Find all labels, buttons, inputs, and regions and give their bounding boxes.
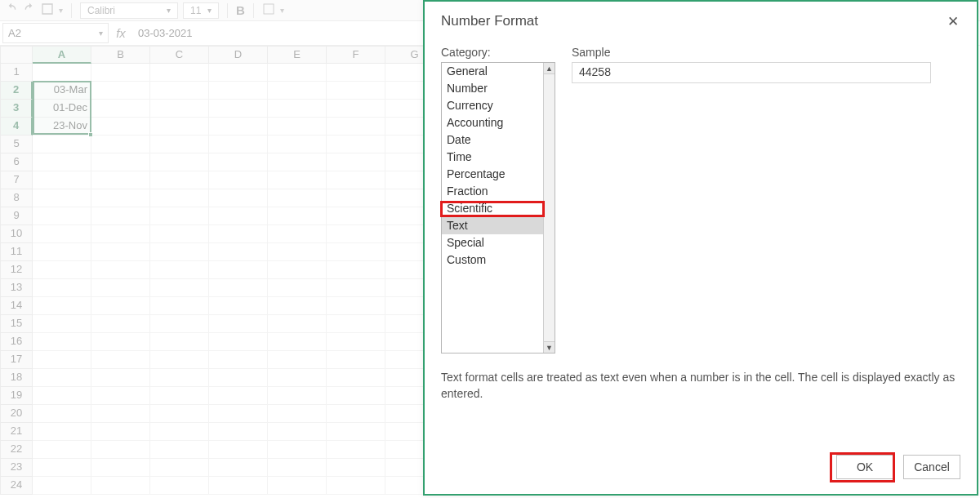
cell[interactable] <box>91 136 150 153</box>
row-header[interactable]: 13 <box>0 279 33 297</box>
column-header[interactable]: B <box>91 46 150 64</box>
cell[interactable] <box>91 297 150 315</box>
cell[interactable] <box>150 423 209 441</box>
cell[interactable] <box>33 297 91 315</box>
category-item[interactable]: Percentage <box>442 166 543 183</box>
cell[interactable] <box>91 333 150 351</box>
cell[interactable] <box>268 136 327 153</box>
row-header[interactable]: 6 <box>0 153 33 171</box>
cell[interactable] <box>33 64 91 82</box>
row-header[interactable]: 24 <box>0 477 33 495</box>
cell[interactable] <box>268 315 327 333</box>
cell[interactable] <box>327 315 385 333</box>
row-header[interactable]: 2 <box>0 82 33 100</box>
bold-button[interactable]: B <box>236 3 245 17</box>
cell[interactable] <box>327 405 385 423</box>
cell[interactable] <box>91 477 150 495</box>
cell[interactable] <box>33 261 91 279</box>
cell[interactable] <box>150 118 209 136</box>
row-header[interactable]: 8 <box>0 189 33 207</box>
cell[interactable] <box>33 333 91 351</box>
cell[interactable] <box>150 261 209 279</box>
cell[interactable]: 23-Nov <box>33 118 91 136</box>
row-header[interactable]: 18 <box>0 369 33 387</box>
cell[interactable]: 01-Dec <box>33 100 91 118</box>
cell[interactable] <box>268 423 327 441</box>
cell[interactable] <box>91 459 150 477</box>
cell[interactable] <box>150 387 209 405</box>
cell[interactable] <box>209 100 268 118</box>
cell[interactable] <box>327 351 385 369</box>
cell[interactable] <box>327 459 385 477</box>
cell[interactable] <box>91 82 150 100</box>
cell[interactable] <box>33 423 91 441</box>
row-header[interactable]: 16 <box>0 333 33 351</box>
row-header[interactable]: 14 <box>0 297 33 315</box>
cell[interactable] <box>209 459 268 477</box>
row-header[interactable]: 17 <box>0 351 33 369</box>
cell[interactable] <box>209 405 268 423</box>
cell[interactable] <box>209 243 268 261</box>
cell[interactable] <box>268 225 327 243</box>
row-header[interactable]: 4 <box>0 118 33 136</box>
cell[interactable] <box>268 459 327 477</box>
cell[interactable] <box>33 441 91 459</box>
cell[interactable] <box>209 207 268 225</box>
category-listbox[interactable]: GeneralNumberCurrencyAccountingDateTimeP… <box>441 62 555 353</box>
row-header[interactable]: 22 <box>0 441 33 459</box>
cell[interactable] <box>327 171 385 189</box>
cell[interactable] <box>268 369 327 387</box>
cell[interactable] <box>91 189 150 207</box>
cell[interactable] <box>268 118 327 136</box>
scrollbar[interactable]: ▲ ▼ <box>543 63 555 353</box>
column-header[interactable]: E <box>268 46 327 64</box>
category-item[interactable]: Currency <box>442 97 543 114</box>
cell[interactable] <box>91 351 150 369</box>
fill-handle[interactable] <box>88 132 93 137</box>
cell[interactable] <box>209 441 268 459</box>
cell[interactable] <box>327 441 385 459</box>
column-header[interactable]: D <box>209 46 268 64</box>
cell[interactable] <box>268 189 327 207</box>
cell[interactable] <box>33 171 91 189</box>
cell[interactable] <box>33 136 91 153</box>
category-item[interactable]: Number <box>442 80 543 97</box>
cell[interactable] <box>268 297 327 315</box>
category-item[interactable]: Fraction <box>442 183 543 200</box>
row-header[interactable]: 20 <box>0 405 33 423</box>
cell[interactable] <box>33 459 91 477</box>
cell[interactable] <box>91 423 150 441</box>
cell[interactable] <box>209 261 268 279</box>
row-header[interactable]: 9 <box>0 207 33 225</box>
cell[interactable] <box>327 243 385 261</box>
cell[interactable] <box>268 261 327 279</box>
cell[interactable] <box>209 153 268 171</box>
cell[interactable] <box>268 153 327 171</box>
cell[interactable] <box>150 315 209 333</box>
close-icon[interactable]: ✕ <box>947 13 959 30</box>
cell[interactable] <box>327 279 385 297</box>
cell[interactable] <box>150 297 209 315</box>
cell[interactable] <box>209 136 268 153</box>
cell[interactable] <box>150 153 209 171</box>
cell[interactable] <box>268 279 327 297</box>
category-item[interactable]: General <box>442 63 543 80</box>
category-item[interactable]: Text <box>442 217 543 234</box>
column-header[interactable]: A <box>33 46 91 64</box>
cell[interactable] <box>91 369 150 387</box>
row-header[interactable]: 23 <box>0 459 33 477</box>
select-all-corner[interactable] <box>0 46 33 64</box>
cell[interactable] <box>209 279 268 297</box>
cell[interactable] <box>150 100 209 118</box>
cell[interactable] <box>209 333 268 351</box>
cell[interactable] <box>327 261 385 279</box>
cell[interactable] <box>150 64 209 82</box>
row-header[interactable]: 11 <box>0 243 33 261</box>
checkbox-icon[interactable] <box>41 2 54 18</box>
chevron-down-icon[interactable]: ▾ <box>99 29 103 38</box>
row-header[interactable]: 1 <box>0 64 33 82</box>
cell[interactable] <box>327 225 385 243</box>
name-box[interactable]: A2 ▾ <box>2 23 109 43</box>
cell[interactable] <box>209 477 268 495</box>
cell[interactable] <box>209 171 268 189</box>
